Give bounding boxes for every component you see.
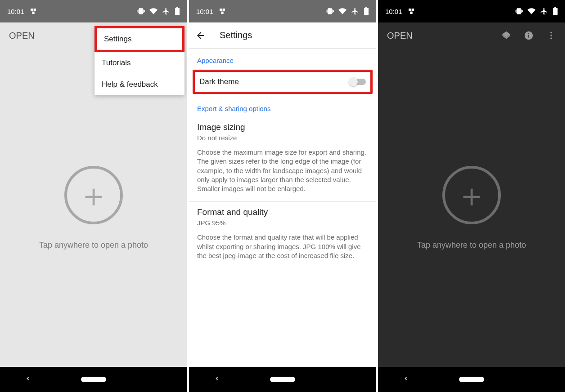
open-photo-area[interactable]: ＋ Tap anywhere to open a photo bbox=[378, 49, 565, 367]
nav-home-pill[interactable] bbox=[270, 377, 295, 382]
svg-rect-1 bbox=[33, 9, 36, 11]
svg-rect-8 bbox=[410, 12, 412, 14]
svg-point-12 bbox=[550, 32, 552, 34]
status-time: 10:01 bbox=[385, 8, 402, 15]
nav-back-icon[interactable] bbox=[403, 375, 409, 383]
app-bar: OPEN bbox=[378, 22, 565, 49]
nav-back-icon[interactable] bbox=[214, 375, 220, 383]
format-quality-title: Format and quality bbox=[197, 207, 368, 217]
image-sizing-desc: Choose the maximum image size for export… bbox=[197, 148, 368, 193]
svg-rect-2 bbox=[32, 12, 34, 14]
back-button[interactable] bbox=[195, 30, 206, 41]
format-quality-desc: Choose the format and quality rate that … bbox=[197, 233, 368, 260]
svg-rect-3 bbox=[220, 9, 222, 11]
navigation-bar bbox=[189, 367, 376, 392]
wifi-icon bbox=[527, 7, 536, 15]
tap-hint: Tap anywhere to open a photo bbox=[417, 241, 526, 250]
vibrate-icon bbox=[137, 7, 145, 15]
dark-theme-label: Dark theme bbox=[199, 77, 239, 86]
dark-theme-toggle[interactable] bbox=[350, 79, 366, 85]
wifi-icon bbox=[149, 7, 158, 15]
image-sizing-sub: Do not resize bbox=[197, 134, 368, 142]
image-sizing-title: Image sizing bbox=[197, 122, 368, 132]
layers-icon[interactable] bbox=[501, 31, 511, 40]
export-header: Export & sharing options bbox=[189, 95, 376, 117]
svg-rect-11 bbox=[528, 33, 529, 34]
open-button[interactable]: OPEN bbox=[9, 31, 35, 41]
wifi-icon bbox=[338, 7, 346, 15]
format-quality-sub: JPG 95% bbox=[197, 219, 368, 227]
menu-item-help[interactable]: Help & feedback bbox=[94, 74, 184, 95]
nav-home-pill[interactable] bbox=[459, 377, 484, 382]
screen-light-open: 10:01 OPEN Settings Tutorials Help bbox=[0, 0, 189, 392]
overflow-menu: Settings Tutorials Help & feedback bbox=[94, 26, 184, 95]
battery-icon bbox=[553, 7, 558, 15]
battery-icon bbox=[175, 7, 180, 15]
navigation-bar bbox=[0, 367, 187, 392]
status-bar: 10:01 bbox=[189, 0, 376, 22]
menu-item-tutorials[interactable]: Tutorials bbox=[94, 52, 184, 74]
svg-rect-10 bbox=[528, 35, 529, 37]
overflow-icon[interactable] bbox=[546, 31, 556, 40]
battery-icon bbox=[364, 7, 369, 15]
screen-settings: 10:01 Settings Appearance bbox=[189, 0, 378, 392]
airplane-icon bbox=[540, 7, 548, 15]
svg-point-14 bbox=[550, 38, 552, 40]
settings-title: Settings bbox=[220, 30, 252, 40]
svg-rect-6 bbox=[409, 9, 411, 11]
app-icon bbox=[219, 8, 226, 15]
add-photo-icon: ＋ bbox=[442, 166, 501, 224]
screen-dark-open: 10:01 OPEN bbox=[378, 0, 567, 392]
svg-point-13 bbox=[550, 35, 552, 36]
svg-rect-4 bbox=[222, 9, 225, 11]
vibrate-icon bbox=[515, 7, 523, 15]
add-photo-icon: ＋ bbox=[64, 166, 123, 224]
info-icon[interactable] bbox=[524, 31, 534, 40]
menu-item-settings[interactable]: Settings bbox=[94, 26, 184, 52]
status-bar: 10:01 bbox=[0, 0, 187, 22]
format-quality-row[interactable]: Format and quality JPG 95% Choose the fo… bbox=[189, 202, 376, 268]
status-time: 10:01 bbox=[196, 8, 213, 15]
airplane-icon bbox=[351, 7, 359, 15]
tap-hint: Tap anywhere to open a photo bbox=[39, 241, 148, 250]
dark-theme-highlight: Dark theme bbox=[193, 70, 373, 94]
app-icon bbox=[30, 8, 37, 15]
airplane-icon bbox=[162, 7, 170, 15]
settings-list: Appearance Dark theme Export & sharing o… bbox=[189, 49, 376, 268]
svg-rect-0 bbox=[31, 9, 33, 11]
svg-rect-5 bbox=[221, 12, 223, 14]
status-time: 10:01 bbox=[7, 8, 24, 15]
app-icon bbox=[408, 8, 415, 15]
status-bar: 10:01 bbox=[378, 0, 565, 22]
vibrate-icon bbox=[326, 7, 334, 15]
navigation-bar bbox=[378, 367, 565, 392]
image-sizing-row[interactable]: Image sizing Do not resize Choose the ma… bbox=[189, 117, 376, 202]
nav-back-icon[interactable] bbox=[25, 375, 31, 383]
appearance-header: Appearance bbox=[189, 49, 376, 69]
nav-home-pill[interactable] bbox=[81, 377, 106, 382]
open-button[interactable]: OPEN bbox=[387, 31, 413, 41]
settings-app-bar: Settings bbox=[189, 22, 376, 49]
open-photo-area[interactable]: ＋ Tap anywhere to open a photo bbox=[0, 49, 187, 367]
svg-rect-7 bbox=[411, 9, 414, 11]
dark-theme-row[interactable]: Dark theme bbox=[195, 72, 370, 92]
